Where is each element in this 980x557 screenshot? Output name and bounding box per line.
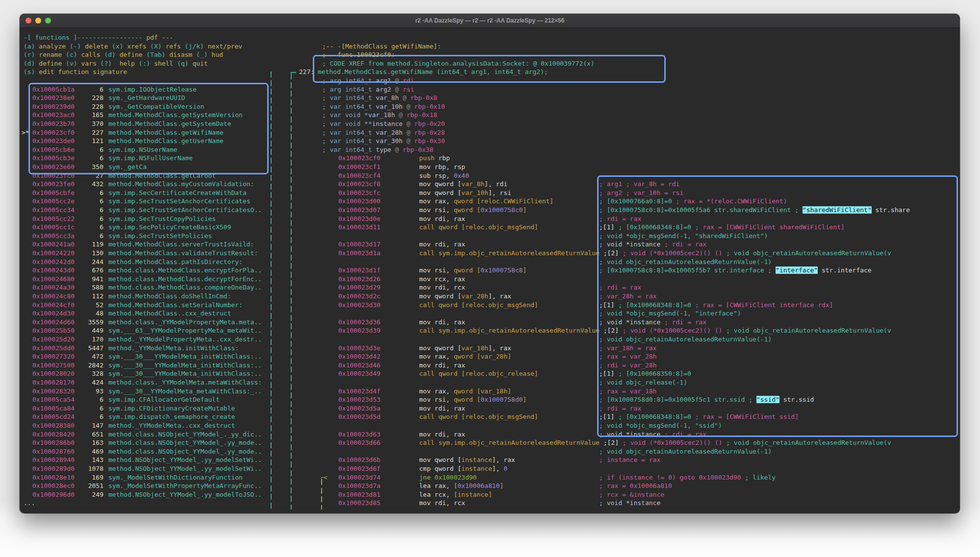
- disasm-line: ; void *objc_msgSend(-1, "interface"): [20, 309, 960, 318]
- disasm-line: 0x100023d11call qword [reloc.objc_msgSen…: [20, 223, 960, 232]
- disasm-line: ; var int64_t var_28h @ rbp-0x28: [20, 128, 960, 137]
- disasm-line: 0x100023d1acall sym.imp.objc_retainAutor…: [20, 249, 960, 258]
- disasm-line: ;-- -[MethodClass getWifiName]:: [20, 42, 960, 51]
- disasm-line: ; void *objc_msgSend(-1, "sharedWiFiClie…: [20, 232, 960, 241]
- disasm-line: 0x100023d7alea rax, [0x10006a810]; rax =…: [20, 482, 960, 490]
- disasm-line: 0x100023d4fmov rax, qword [var_18h]; rax…: [20, 387, 960, 396]
- disasm-line: 0x100023d6bmov qword [instance], rax; in…: [20, 456, 960, 464]
- disasm-line: ; var void *var_18h @ rbp-0x18: [20, 111, 960, 120]
- panel-header: -[ functions ]----------------- pdf ---: [20, 33, 960, 42]
- disasm-line: ; void objc_retainAutoreleasedReturnValu…: [20, 447, 960, 456]
- disasm-line: ┌<0x100023d74jne 0x100023d90; if (instan…: [20, 473, 960, 482]
- disasm-line: 0x100023d6fcmp qword [instance], 0: [20, 464, 960, 473]
- disasm-line: 0x100023d85mov rdi, rcx; void *instance: [20, 499, 960, 508]
- disasm-line: ; arg int64_t arg1 @ rdi: [20, 76, 960, 85]
- disasm-line: ; void *objc_msgSend(-1, "ssid"): [20, 421, 960, 430]
- disasm-line: 0x100023d39call sym.imp.objc_retainAutor…: [20, 326, 960, 335]
- disasm-line: 0x100023cfcmov qword [var_10h], rsi; arg…: [20, 189, 960, 197]
- disasm-line: 0x100023d63mov rdi, rax; void *instance …: [20, 430, 960, 439]
- disasm-line: 0x100023d17mov rdi, rax; void *instance …: [20, 240, 960, 249]
- title-bar[interactable]: r2 -AA DazzleSpy — r2 — r2 -AA DazzleSpy…: [20, 14, 960, 28]
- disasm-line: ; var void **instance @ rbp-0x20: [20, 120, 960, 128]
- disasm-line: 0x100023d5dcall qword [reloc.objc_msgSen…: [20, 412, 960, 421]
- disasm-line: ; void objc_retainAutoreleasedReturnValu…: [20, 258, 960, 266]
- disasm-line: ; CODE XREF from method.Singleton.analys…: [20, 59, 960, 68]
- disasm-line: ; arg int64_t arg2 @ rsi: [20, 85, 960, 94]
- disasm-line: ; void objc_retainAutoreleasedReturnValu…: [20, 335, 960, 344]
- disasm-line: 0x100023d0emov rdi, rax; rdi = rax: [20, 215, 960, 223]
- disasm-line: ; var int64_t var_30h @ rbp-0x30: [20, 137, 960, 145]
- terminal-window: r2 -AA DazzleSpy — r2 — r2 -AA DazzleSpy…: [20, 14, 960, 513]
- disasm-line: ; void objc_release(-1): [20, 378, 960, 387]
- disasm-line: 0x100023d53mov rsi, qword [0x1000758d0];…: [20, 395, 960, 404]
- disasm-line: 0x100023d49call qword [reloc.objc_releas…: [20, 369, 960, 378]
- disasm-line: 0x100023d1fmov rsi, qword [0x1000758c8];…: [20, 266, 960, 275]
- disasm-line: ; var int64_t var_8h @ rbp-0x8: [20, 94, 960, 102]
- disasm-line: 0x100023d42mov rax, qword [var_28h]; rax…: [20, 352, 960, 361]
- disasm-line: 0x100023d2cmov qword [var_28h], rax; var…: [20, 292, 960, 301]
- disasm-line: 0x100023d36mov rdi, rax; void *instance …: [20, 318, 960, 327]
- disasm-line: ;-- func.100023cf0:: [20, 50, 960, 59]
- disasm-line: 0x100023d26mov rcx, rax: [20, 275, 960, 284]
- disasm-line: 0x100023d29mov rdi, rcx; rdi = rax: [20, 283, 960, 292]
- disasm-line: 0x100023d81lea rcx, [instance]; rcx = &i…: [20, 490, 960, 499]
- window-title: r2 -AA DazzleSpy — r2 — r2 -AA DazzleSpy…: [20, 14, 960, 27]
- disasm-line: 0x100023d07mov rsi, qword [0x1000758c0];…: [20, 206, 960, 215]
- disasm-line: 0x100023d46mov rdi, rax; rdi = var_28h: [20, 361, 960, 370]
- disasm-line: 0x100023d00mov rax, qword [reloc.CWWiFiC…: [20, 197, 960, 206]
- disasm-line: 227: method.MethodClass.getWifiName (int…: [20, 68, 960, 76]
- disasm-line: 0x100023cf8mov qword [var_8h], rdi; arg1…: [20, 180, 960, 189]
- disasm-line: 0x100023d30call qword [reloc.objc_msgSen…: [20, 301, 960, 310]
- disasm-line: ; var int64_t type @ rbp-0x38: [20, 145, 960, 154]
- disasm-line: 0x100023cf0push rbp: [20, 154, 960, 163]
- disasm-line: 0x100023d3emov qword [var_18h], rax; var…: [20, 344, 960, 353]
- disasm-line: 0x100023d5amov rdi, rax; rdi = rax: [20, 404, 960, 413]
- disasm-line: ; var int64_t var_10h @ rbp-0x10: [20, 102, 960, 111]
- disasm-line: 0x100023cf4sub rsp, 0x40: [20, 171, 960, 180]
- disasm-line: 0x100023d66call sym.imp.objc_retainAutor…: [20, 438, 960, 447]
- disasm-line: 0x100023cf1mov rbp, rsp: [20, 163, 960, 171]
- terminal-content: -[ functions ]----------------- pdf ---(…: [20, 27, 960, 513]
